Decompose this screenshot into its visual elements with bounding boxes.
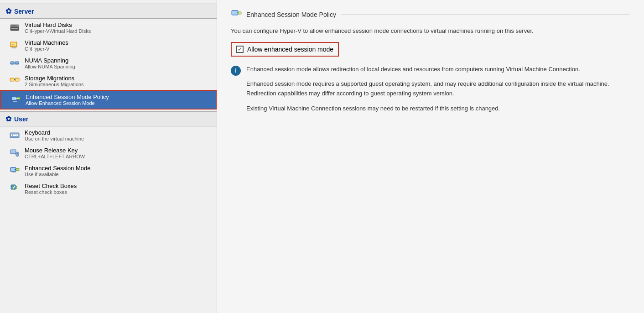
left-navigation: ✿ Server Virtual Hard Disks C:\Hyper-V\V…: [0, 0, 217, 313]
right-panel: Enhanced Session Mode Policy You can con…: [217, 0, 644, 313]
enhanced-session-mode-title: Enhanced Session Mode: [25, 165, 91, 172]
info-line-2: Enhanced session mode requires a support…: [246, 79, 630, 99]
keyboard-icon: [9, 129, 20, 140]
svg-rect-28: [13, 134, 14, 135]
svg-rect-25: [13, 101, 17, 102]
svg-point-36: [16, 152, 19, 156]
keyboard-subtitle: Use on the virtual machine: [25, 136, 84, 141]
nav-item-keyboard[interactable]: Keyboard Use on the virtual machine: [0, 126, 217, 144]
allow-enhanced-checkbox-row[interactable]: ✓ Allow enhanced session mode: [231, 42, 339, 57]
svg-rect-10: [15, 62, 19, 64]
section-icon: [231, 9, 242, 20]
info-line-1: Enhanced session mode allows redirection…: [246, 65, 630, 74]
checkbox-label: Allow enhanced session mode: [247, 46, 333, 53]
storage-migrations-text: Storage Migrations 2 Simultaneous Migrat…: [25, 75, 84, 87]
reset-checkboxes-title: Reset Check Boxes: [25, 183, 77, 189]
mouse-release-icon: [9, 147, 20, 158]
nav-item-storage-migrations[interactable]: Storage Migrations 2 Simultaneous Migrat…: [0, 72, 217, 90]
nav-item-numa-spanning[interactable]: NUMA Spanning Allow NUMA Spanning: [0, 54, 217, 72]
svg-rect-3: [11, 28, 18, 29]
numa-spanning-subtitle: Allow NUMA Spanning: [25, 64, 75, 69]
storage-migrations-icon: [9, 75, 20, 86]
numa-spanning-icon: [9, 57, 20, 68]
svg-rect-6: [12, 47, 16, 48]
svg-rect-8: [12, 44, 14, 45]
mouse-release-subtitle: CTRL+ALT+LEFT ARROW: [25, 154, 85, 159]
nav-item-virtual-machines[interactable]: Virtual Machines C:\Hyper-V: [0, 37, 217, 54]
svg-rect-33: [16, 135, 18, 136]
nav-item-virtual-hard-disks[interactable]: Virtual Hard Disks C:\Hyper-V\Virtual Ha…: [0, 19, 217, 37]
info-line-3: Existing Virtual Machine Connection sess…: [246, 104, 630, 114]
enhanced-session-policy-icon: [10, 94, 21, 104]
enhanced-session-policy-title: Enhanced Session Mode Policy: [26, 94, 109, 100]
virtual-hard-disks-icon: [9, 21, 20, 32]
svg-rect-13: [16, 62, 18, 63]
info-block: i Enhanced session mode allows redirecti…: [231, 65, 630, 114]
virtual-machines-icon: [9, 39, 20, 50]
user-star-icon: ✿: [5, 115, 11, 123]
svg-rect-30: [16, 134, 18, 135]
svg-rect-41: [16, 169, 19, 170]
server-section-label: Server: [14, 8, 34, 15]
virtual-hard-disks-title: Virtual Hard Disks: [25, 21, 91, 28]
virtual-machines-subtitle: C:\Hyper-V: [25, 46, 68, 52]
svg-rect-31: [11, 135, 12, 136]
svg-point-2: [17, 25, 18, 26]
svg-rect-16: [10, 78, 14, 81]
keyboard-title: Keyboard: [25, 129, 84, 136]
svg-rect-49: [239, 12, 241, 14]
info-icon: i: [231, 66, 241, 76]
svg-rect-32: [13, 135, 16, 136]
svg-rect-7: [13, 47, 16, 47]
numa-spanning-title: NUMA Spanning: [25, 57, 75, 64]
svg-rect-35: [11, 150, 16, 153]
keyboard-text: Keyboard Use on the virtual machine: [25, 129, 84, 141]
allow-enhanced-checkbox[interactable]: ✓: [236, 46, 244, 53]
numa-spanning-text: NUMA Spanning Allow NUMA Spanning: [25, 57, 75, 69]
user-section-label: User: [14, 115, 28, 123]
section-title-text: Enhanced Session Mode Policy: [246, 11, 336, 18]
nav-item-enhanced-session-mode[interactable]: Enhanced Session Mode Use if available: [0, 162, 217, 180]
svg-rect-29: [15, 134, 16, 135]
server-star-icon: ✿: [5, 7, 11, 16]
user-section-header[interactable]: ✿ User: [0, 111, 217, 126]
nav-item-enhanced-session-policy[interactable]: Enhanced Session Mode Policy Allow Enhan…: [0, 90, 217, 110]
server-section-header[interactable]: ✿ Server: [0, 4, 217, 19]
svg-rect-12: [11, 62, 14, 63]
reset-checkboxes-icon: [9, 183, 20, 193]
title-divider: [341, 15, 630, 15]
mouse-release-text: Mouse Release Key CTRL+ALT+LEFT ARROW: [25, 147, 85, 159]
mouse-release-title: Mouse Release Key: [25, 147, 85, 154]
enhanced-session-mode-text: Enhanced Session Mode Use if available: [25, 165, 91, 177]
reset-checkboxes-text: Reset Check Boxes Reset check boxes: [25, 183, 77, 195]
description-text: You can configure Hyper-V to allow enhan…: [231, 26, 630, 36]
svg-marker-45: [16, 186, 17, 187]
nav-item-mouse-release[interactable]: Mouse Release Key CTRL+ALT+LEFT ARROW: [0, 144, 217, 162]
info-text: Enhanced session mode allows redirection…: [246, 65, 630, 114]
svg-rect-9: [10, 62, 14, 64]
reset-checkboxes-subtitle: Reset check boxes: [25, 189, 77, 195]
section-title-row: Enhanced Session Mode Policy: [231, 9, 630, 20]
svg-rect-23: [17, 98, 20, 99]
virtual-machines-title: Virtual Machines: [25, 39, 68, 46]
svg-rect-43: [12, 172, 16, 173]
enhanced-session-policy-subtitle: Allow Enhanced Session Mode: [26, 100, 109, 106]
svg-rect-17: [16, 78, 19, 81]
enhanced-session-mode-icon: [9, 165, 20, 176]
storage-migrations-title: Storage Migrations: [25, 75, 84, 82]
nav-item-reset-checkboxes[interactable]: Reset Check Boxes Reset check boxes: [0, 180, 217, 198]
enhanced-session-mode-subtitle: Use if available: [25, 172, 91, 177]
storage-migrations-subtitle: 2 Simultaneous Migrations: [25, 82, 84, 87]
enhanced-session-policy-text: Enhanced Session Mode Policy Allow Enhan…: [26, 94, 109, 106]
virtual-hard-disks-text: Virtual Hard Disks C:\Hyper-V\Virtual Ha…: [25, 21, 91, 34]
svg-rect-27: [11, 134, 12, 135]
virtual-hard-disks-subtitle: C:\Hyper-V\Virtual Hard Disks: [25, 28, 91, 34]
virtual-machines-text: Virtual Machines C:\Hyper-V: [25, 39, 68, 52]
